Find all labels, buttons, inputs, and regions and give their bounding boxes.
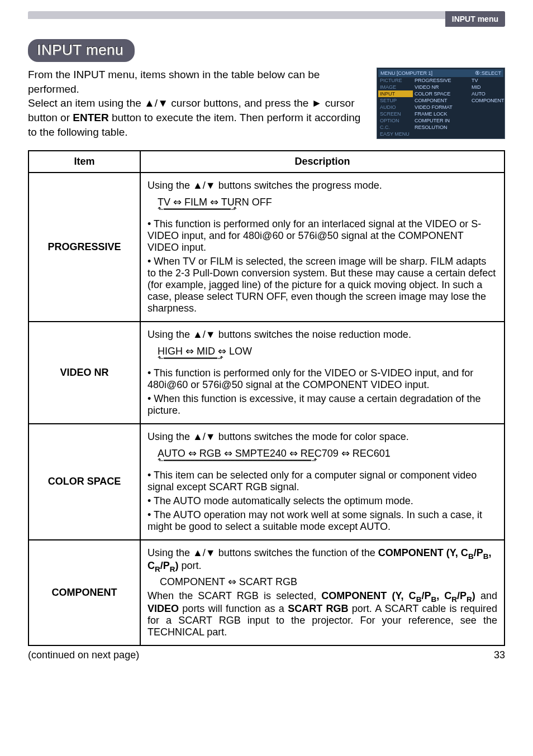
osd-mid-item: VIDEO NR — [413, 84, 470, 90]
cycle-diagram: HIGH ⇔ MID ⇔ LOW ⬑━━━━━━━━━━━━⬏ — [158, 345, 252, 361]
osd-mid-item: PROGRESSIVE — [413, 77, 470, 84]
txt: /P — [457, 590, 467, 601]
txt: B — [416, 595, 422, 603]
row-item-color-space: COLOR SPACE — [28, 424, 140, 540]
row-desc-component: Using the ▲/▼ buttons switches the funct… — [140, 540, 505, 646]
section-heading: INPUT menu — [28, 39, 135, 62]
header-tab: INPUT menu — [445, 11, 505, 27]
intro-text: From the INPUT menu, items shown in the … — [28, 68, 367, 139]
osd-title: MENU [COMPUTER 1] ⦿:SELECT — [378, 69, 503, 77]
txt: R — [467, 595, 472, 603]
txt: SCART RGB — [288, 603, 348, 614]
lead: Using the ▲/▼ buttons switches the noise… — [147, 329, 497, 341]
txt: B — [468, 552, 474, 560]
intro-row: From the INPUT menu, items shown in the … — [28, 68, 505, 139]
osd-left-item: C.C. — [378, 124, 413, 131]
osd-right-item: COMPONENT — [470, 97, 503, 104]
txt: R — [170, 565, 175, 573]
row-desc-color-space: Using the ▲/▼ buttons switches the mode … — [140, 424, 505, 540]
txt: ports will function as a — [179, 603, 288, 614]
enter-label: ENTER — [73, 112, 108, 123]
osd-mid-item: COMPUTER IN — [413, 117, 470, 124]
txt: and — [475, 590, 497, 601]
txt: When the SCART RGB is selected, — [147, 590, 321, 601]
osd-title-left: MENU [COMPUTER 1] — [380, 70, 432, 76]
bullet: • The AUTO mode automatically selects th… — [147, 495, 497, 507]
row-desc-progressive: Using the ▲/▼ buttons switches the progr… — [140, 173, 505, 322]
osd-left-item: PICTURE — [378, 77, 413, 84]
bullet: • When TV or FILM is selected, the scree… — [147, 256, 497, 314]
txt: COMPONENT (Y, C — [321, 590, 416, 601]
osd-left-col: PICTURE IMAGE INPUT SETUP AUDIO SCREEN O… — [378, 77, 413, 137]
cycle-diagram: TV ⇔ FILM ⇔ TURN OFF ⬑━━━━━━━━━━━━━━━⬏ — [158, 196, 272, 212]
txt: B — [483, 552, 489, 560]
osd-left-item: OPTION — [378, 117, 413, 124]
osd-left-item: EASY MENU — [378, 131, 413, 137]
header-strip: INPUT menu — [28, 11, 505, 27]
txt: VIDEO — [147, 603, 179, 614]
osd-preview: MENU [COMPUTER 1] ⦿:SELECT PICTURE IMAGE… — [377, 68, 505, 139]
osd-left-item: SCREEN — [378, 111, 413, 117]
cycle-return-arrow-icon: ⬑━━━━━━━━━━━━━━━⬏ — [158, 207, 272, 212]
bullet: • The AUTO operation may not work well a… — [147, 509, 497, 533]
osd-mid-col: PROGRESSIVE VIDEO NR COLOR SPACE COMPONE… — [413, 77, 470, 137]
osd-mid-item: RESOLUTION — [413, 124, 470, 131]
txt: , C — [436, 590, 451, 601]
osd-left-item: IMAGE — [378, 84, 413, 90]
settings-table: Item Description PROGRESSIVE Using the ▲… — [28, 150, 505, 646]
txt: /P — [160, 560, 170, 571]
bullet: • This function is performed only for th… — [147, 367, 497, 391]
lead: Using the ▲/▼ buttons switches the progr… — [147, 180, 497, 192]
txt: B — [431, 595, 436, 603]
osd-mid-item: VIDEO FORMAT — [413, 104, 470, 111]
osd-right-col: TV MID AUTO COMPONENT — [470, 77, 503, 137]
osd-left-item: INPUT — [378, 90, 413, 97]
lead: Using the ▲/▼ buttons switches the funct… — [147, 547, 497, 573]
txt: /P — [474, 547, 483, 558]
tail: When the SCART RGB is selected, COMPONEN… — [147, 590, 497, 639]
intro-line-1: From the INPUT menu, items shown in the … — [28, 69, 320, 95]
lead: Using the ▲/▼ buttons switches the mode … — [147, 431, 497, 443]
osd-mid-item: FRAME LOCK — [413, 111, 470, 117]
txt: R — [451, 595, 457, 603]
txt: port. — [179, 560, 202, 571]
page-number: 33 — [494, 649, 505, 661]
header-grey-bar — [28, 11, 505, 19]
osd-title-right: ⦿:SELECT — [475, 70, 501, 76]
osd-mid-item: COMPONENT — [413, 97, 470, 104]
row-desc-video-nr: Using the ▲/▼ buttons switches the noise… — [140, 322, 505, 424]
osd-mid-item: COLOR SPACE — [413, 90, 470, 97]
osd-left-item: AUDIO — [378, 104, 413, 111]
osd-right-item: TV — [470, 77, 503, 84]
th-desc: Description — [140, 151, 505, 173]
txt: Using the ▲/▼ buttons switches the funct… — [147, 547, 378, 558]
cycle-text: COMPONENT ⇔ SCART RGB — [160, 576, 497, 588]
txt: /P — [421, 590, 431, 601]
th-item: Item — [28, 151, 140, 173]
osd-right-item: AUTO — [470, 90, 503, 97]
row-item-video-nr: VIDEO NR — [28, 322, 140, 424]
txt: R — [155, 565, 160, 573]
cycle-return-arrow-icon: ⬑━━━━━━━━━━━━⬏ — [158, 356, 252, 361]
continued-label: (continued on next page) — [28, 649, 139, 661]
osd-left-item: SETUP — [378, 97, 413, 104]
cycle-diagram: AUTO ⇔ RGB ⇔ SMPTE240 ⇔ REC709 ⇔ REC601 … — [158, 447, 391, 463]
bullet: • This item can be selected only for a c… — [147, 470, 497, 493]
row-item-progressive: PROGRESSIVE — [28, 173, 140, 322]
bullet: • When this function is excessive, it ma… — [147, 393, 497, 417]
row-item-component: COMPONENT — [28, 540, 140, 646]
bullet: • This function is performed only for an… — [147, 218, 497, 253]
page-footer: (continued on next page) 33 — [28, 649, 505, 661]
txt: COMPONENT (Y, C — [378, 547, 468, 558]
osd-right-item: MID — [470, 84, 503, 90]
